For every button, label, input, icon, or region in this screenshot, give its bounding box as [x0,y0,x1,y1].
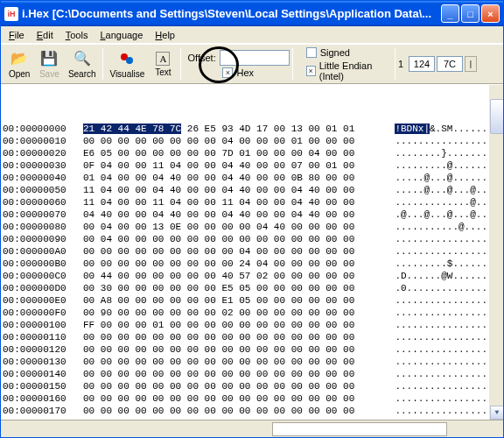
page-end-button[interactable]: | [465,56,477,72]
hex-checkbox[interactable]: × [222,67,233,78]
bytes[interactable]: 21 42 44 4E 78 7C 26 E5 93 4D 17 00 13 0… [80,123,354,135]
visualise-button[interactable]: Visualise [106,48,148,81]
hex-row[interactable]: 00:0000001000 00 00 00 00 00 00 00 04 00… [1,135,503,147]
ascii[interactable]: ................ [395,331,487,343]
hex-view[interactable]: ▲ ▼ 00:0000000021 42 44 4E 78 7C 26 E5 9… [1,84,503,420]
endian-checkbox[interactable]: × [306,66,316,76]
menu-file[interactable]: File [3,28,31,42]
menu-tools[interactable]: Tools [60,28,94,42]
ascii[interactable]: ................ [395,135,487,147]
page-hex-input[interactable] [437,56,463,72]
ascii[interactable]: ................ [395,294,487,307]
ascii[interactable]: .D......@W...... [395,270,487,282]
bytes[interactable]: 7F FF FF FF FF FF FF FF FF FF FF FF FF F… [80,417,354,420]
bytes[interactable]: 00 30 00 00 00 00 00 00 E5 05 00 00 00 0… [80,282,354,294]
offset-input[interactable] [220,50,290,66]
ascii[interactable]: .....@...@...... [395,172,487,184]
hex-row[interactable]: 00:0000012000 00 00 00 00 00 00 00 00 00… [1,343,503,356]
scroll-down-button[interactable]: ▼ [490,406,503,420]
menu-language[interactable]: Language [94,28,149,42]
bytes[interactable]: 00 00 00 00 00 00 00 00 04 00 00 00 01 0… [80,135,354,147]
bytes[interactable]: 00 04 00 00 00 00 00 00 00 00 00 00 00 0… [80,233,354,245]
menu-help[interactable]: Help [149,28,181,42]
maximize-button[interactable]: □ [461,4,480,23]
ascii[interactable]: .........$...... [395,258,487,270]
page-dec-input[interactable] [409,56,435,72]
bytes[interactable]: 00 00 00 00 00 00 00 00 00 00 00 00 00 0… [80,368,354,380]
bytes[interactable]: 00 00 00 00 00 00 00 00 00 00 00 00 00 0… [80,392,354,405]
bytes[interactable]: 00 00 00 00 00 00 00 00 00 24 04 00 00 0… [80,258,354,270]
hex-row[interactable]: 00:0000017000 00 00 00 00 00 00 00 00 00… [1,405,503,417]
ascii[interactable]: ................ [395,307,487,319]
ascii[interactable]: .0.............. [395,282,487,294]
bytes[interactable]: 04 40 00 00 04 40 00 00 04 40 00 00 04 4… [80,208,354,221]
ascii[interactable]: ................ [395,319,487,331]
ascii[interactable]: ................ [395,380,487,392]
ascii[interactable]: .....@...@...@.. [395,184,487,196]
ascii[interactable]: ........}....... [395,147,487,159]
ascii[interactable]: .........@...... [395,159,487,172]
ascii[interactable]: .@...@...@...@.. [395,208,487,221]
hex-row[interactable]: 00:00000020E6 05 00 00 00 00 00 00 7D 01… [1,147,503,159]
titlebar[interactable]: iH i.Hex [C:\Documents and Settings\Stev… [1,1,503,26]
open-button[interactable]: 📂Open [4,48,34,81]
hex-row[interactable]: 00:000000300F 04 00 00 11 04 00 00 04 40… [1,159,503,172]
ascii[interactable]: !BDNx|&.SM...... [395,123,487,135]
hex-row[interactable]: 00:000000D000 30 00 00 00 00 00 00 E5 05… [1,282,503,294]
close-button[interactable]: × [481,4,500,23]
hex-row[interactable]: 00:0000013000 00 00 00 00 00 00 00 00 00… [1,356,503,368]
signed-checkbox[interactable] [306,47,317,58]
bytes[interactable]: 00 00 00 00 00 00 00 00 00 00 00 00 00 0… [80,331,354,343]
hex-row[interactable]: 00:000000E000 A8 00 00 00 00 00 00 E1 05… [1,294,503,307]
vertical-scrollbar[interactable]: ▲ ▼ [489,85,503,420]
hex-row[interactable]: 00:00000100FF 00 00 00 01 00 00 00 00 00… [1,319,503,331]
bytes[interactable]: 00 00 00 00 00 00 00 00 00 04 00 00 00 0… [80,245,354,258]
ascii[interactable]: ................ [395,405,487,417]
ascii[interactable]: ................ [395,417,487,420]
hex-row[interactable]: 00:000000F000 90 00 00 00 00 00 00 02 00… [1,307,503,319]
search-button[interactable]: 🔍Search [64,48,100,81]
scroll-thumb[interactable] [490,99,503,134]
hex-row[interactable]: 00:0000014000 00 00 00 00 00 00 00 00 00… [1,368,503,380]
hex-row[interactable]: 00:0000004001 04 00 00 04 40 00 00 04 40… [1,172,503,184]
bytes[interactable]: 00 00 00 00 00 00 00 00 00 00 00 00 00 0… [80,356,354,368]
menu-edit[interactable]: Edit [31,28,60,42]
bytes[interactable]: 00 04 00 00 13 0E 00 00 00 00 04 40 00 0… [80,221,354,233]
hex-row[interactable]: 00:0000016000 00 00 00 00 00 00 00 00 00… [1,392,503,405]
ascii[interactable]: ................ [395,356,487,368]
hex-row[interactable]: 00:000000B000 00 00 00 00 00 00 00 00 24… [1,258,503,270]
ascii[interactable]: ................ [395,343,487,356]
minimize-button[interactable]: _ [441,4,459,23]
bytes[interactable]: 11 04 00 00 11 04 00 00 11 04 00 00 04 4… [80,196,354,208]
bytes[interactable]: 01 04 00 00 04 40 00 00 04 40 00 00 0B 8… [80,172,354,184]
hex-row[interactable]: 00:000000C000 44 00 00 00 00 00 00 40 57… [1,270,503,282]
bytes[interactable]: 0F 04 00 00 11 04 00 00 04 40 00 00 07 0… [80,159,354,172]
bytes[interactable]: E6 05 00 00 00 00 00 00 7D 01 00 00 00 0… [80,147,354,159]
bytes[interactable]: 00 00 00 00 00 00 00 00 00 00 00 00 00 0… [80,380,354,392]
hex-row[interactable]: 00:0000000021 42 44 4E 78 7C 26 E5 93 4D… [1,123,503,135]
signed-option[interactable]: Signed [306,47,392,58]
text-button[interactable]: AText [148,50,178,79]
hex-row[interactable]: 00:000000A000 00 00 00 00 00 00 00 00 04… [1,245,503,258]
little-endian-option[interactable]: ×Little Endian (Intel) [306,60,392,81]
bytes[interactable]: 00 00 00 00 00 00 00 00 00 00 00 00 00 0… [80,343,354,356]
hex-row[interactable]: 00:0000015000 00 00 00 00 00 00 00 00 00… [1,380,503,392]
bytes[interactable]: 00 A8 00 00 00 00 00 00 E1 05 00 00 00 0… [80,294,354,307]
ascii[interactable]: .............@.. [395,196,487,208]
ascii[interactable]: ................ [395,392,487,405]
hex-row[interactable]: 00:0000009000 04 00 00 00 00 00 00 00 00… [1,233,503,245]
ascii[interactable]: ................ [395,368,487,380]
bytes[interactable]: 00 00 00 00 00 00 00 00 00 00 00 00 00 0… [80,405,354,417]
hex-row[interactable]: 00:000001807F FF FF FF FF FF FF FF FF FF… [1,417,503,420]
hex-row[interactable]: 00:0000006011 04 00 00 11 04 00 00 11 04… [1,196,503,208]
hex-row[interactable]: 00:0000008000 04 00 00 13 0E 00 00 00 00… [1,221,503,233]
ascii[interactable]: ................ [395,245,487,258]
hex-row[interactable]: 00:0000005011 04 00 00 04 40 00 00 04 40… [1,184,503,196]
bytes[interactable]: 11 04 00 00 04 40 00 00 04 40 00 00 04 4… [80,184,354,196]
ascii[interactable]: ...........@.... [395,221,487,233]
bytes[interactable]: 00 90 00 00 00 00 00 00 02 00 00 00 00 0… [80,307,354,319]
bytes[interactable]: 00 44 00 00 00 00 00 00 40 57 02 00 00 0… [80,270,354,282]
hex-row[interactable]: 00:0000011000 00 00 00 00 00 00 00 00 00… [1,331,503,343]
hex-row[interactable]: 00:0000007004 40 00 00 04 40 00 00 04 40… [1,208,503,221]
ascii[interactable]: ................ [395,233,487,245]
